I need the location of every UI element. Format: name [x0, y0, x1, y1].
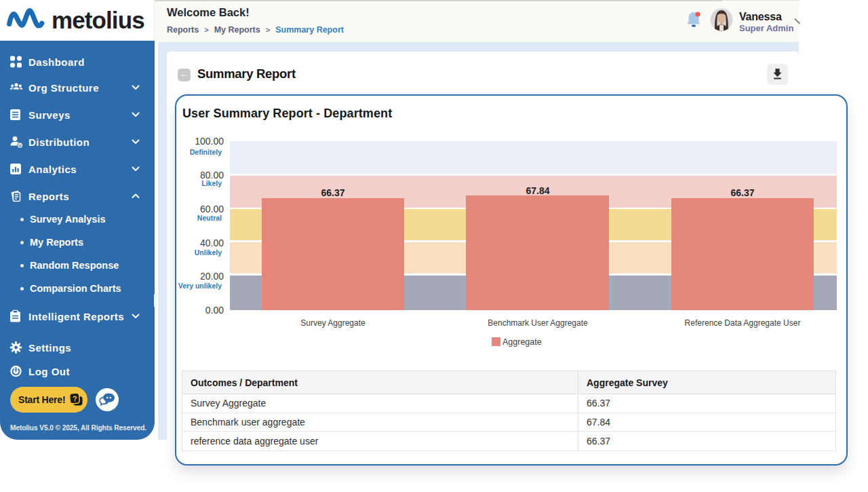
svg-text:?: ?	[72, 394, 77, 402]
